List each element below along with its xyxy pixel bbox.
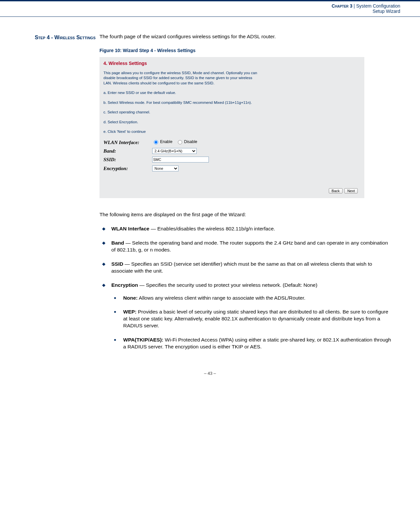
list-item: SSID — Specifies an SSID (service set id… — [99, 261, 394, 275]
screenshot-para-c: c. Select operating channel. — [103, 110, 258, 115]
item-desc: — Specifies the security used to protect… — [138, 282, 317, 288]
intro-text: The fourth page of the wizard configures… — [99, 33, 394, 40]
screenshot-panel: 4. Wireless Settings This page allows yo… — [99, 57, 364, 198]
item-term: WLAN Interface — [111, 226, 149, 231]
screenshot-para-d: d. Select Encryption. — [103, 120, 258, 125]
chapter-title: System Configuration — [356, 3, 400, 9]
screenshot-para-a: a. Enter new SSID or use the default val… — [103, 90, 258, 96]
list-item: WLAN Interface — Enables/disables the wi… — [99, 225, 394, 232]
band-select[interactable]: 2.4 GHz(B+G+N) — [152, 148, 197, 154]
band-label: Band: — [103, 148, 152, 154]
list-item: Encryption — Specifies the security used… — [99, 282, 394, 350]
screenshot-title: 4. Wireless Settings — [103, 60, 360, 67]
ssid-label: SSID: — [103, 156, 152, 163]
wlan-disable-option[interactable]: Disable — [176, 139, 197, 144]
wlan-disable-text: Disable — [184, 139, 197, 144]
figure-caption: Figure 10: Wizard Step 4 - Wireless Sett… — [99, 47, 394, 54]
item-list: WLAN Interface — Enables/disables the wi… — [99, 225, 394, 350]
item-desc: — Specifies an SSID (service set identif… — [111, 261, 372, 274]
wlan-label: WLAN Interface: — [103, 139, 152, 146]
list-item: WPA(TKIP/AES): Wi-Fi Protected Access (W… — [111, 337, 394, 350]
page-number: – 43 – — [0, 371, 420, 376]
ssid-input[interactable] — [152, 157, 209, 163]
sub-item-desc: Wi-Fi Protected Access (WPA) using eithe… — [123, 337, 391, 349]
item-term: Encryption — [111, 282, 138, 288]
top-rule — [0, 0, 420, 1]
chapter-label: Chapter 3 — [332, 3, 352, 9]
screenshot-para-b: b. Select Wireless mode. For best compat… — [103, 100, 258, 105]
wlan-enable-radio[interactable] — [154, 140, 158, 144]
screenshot-para-main: This page allows you to configure the wi… — [103, 71, 258, 86]
item-term: Band — [111, 240, 124, 246]
sub-item-term: WEP: — [123, 309, 136, 314]
next-button[interactable]: Next — [344, 188, 358, 193]
wlan-enable-text: Enable — [160, 139, 172, 144]
item-desc: — Selects the operating band and mode. T… — [111, 240, 388, 252]
sub-item-desc: Provides a basic level of security using… — [123, 309, 388, 328]
sub-rule — [0, 16, 420, 17]
sub-item-term: WPA(TKIP/AES): — [123, 337, 163, 342]
item-desc: — Enables/disables the wireless 802.11b/… — [149, 226, 275, 231]
list-item: WEP: Provides a basic level of security … — [111, 309, 394, 329]
sub-item-term: None: — [123, 295, 138, 301]
header-separator: | — [352, 3, 356, 9]
wlan-enable-option[interactable]: Enable — [152, 139, 172, 144]
back-button[interactable]: Back — [329, 188, 343, 193]
side-heading: Step 4 - Wireless Settings — [0, 33, 99, 358]
page-header: Chapter 3 | System Configuration Setup W… — [0, 2, 420, 16]
header-subtitle: Setup Wizard — [373, 9, 400, 14]
lead-text: The following items are displayed on the… — [99, 211, 394, 218]
item-term: SSID — [111, 261, 123, 267]
wlan-disable-radio[interactable] — [178, 140, 182, 144]
screenshot-para-e: e. Click 'Next' to continue — [103, 129, 258, 134]
encryption-label: Encryption: — [103, 165, 152, 172]
sub-item-desc: Allows any wireless client within range … — [138, 295, 305, 301]
sub-item-list: None: Allows any wireless client within … — [111, 295, 394, 351]
list-item: Band — Selects the operating band and mo… — [99, 240, 394, 253]
list-item: None: Allows any wireless client within … — [111, 295, 394, 302]
encryption-select[interactable]: None — [152, 165, 179, 171]
